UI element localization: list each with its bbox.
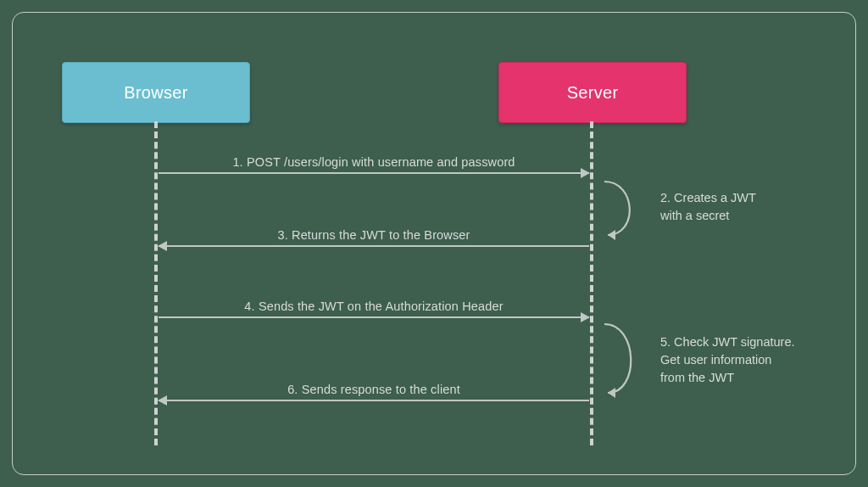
arrow-left-icon [158, 395, 167, 406]
message-1: 1. POST /users/login with username and p… [159, 155, 589, 174]
message-3: 3. Returns the JWT to the Browser [159, 228, 589, 247]
arrow-right-icon [581, 168, 590, 178]
message-3-line [159, 245, 589, 247]
message-1-label: 1. POST /users/login with username and p… [159, 155, 589, 169]
participant-browser-label: Browser [124, 83, 187, 103]
self-call-arc-icon [601, 322, 652, 398]
svg-marker-1 [608, 388, 615, 398]
message-6-label: 6. Sends response to the client [159, 383, 589, 396]
diagram-frame: Browser Server 1. POST /users/login with… [12, 12, 856, 475]
lifeline-server [590, 121, 593, 445]
arrow-left-icon [158, 241, 167, 251]
message-3-label: 3. Returns the JWT to the Browser [159, 228, 589, 242]
arrow-right-icon [581, 312, 590, 322]
participant-server: Server [498, 62, 687, 123]
svg-marker-0 [608, 230, 615, 240]
message-1-line [159, 172, 589, 174]
participant-browser: Browser [62, 62, 250, 123]
self-call-arc-icon [601, 179, 652, 240]
message-4-line [159, 316, 589, 318]
participant-server-label: Server [567, 83, 619, 103]
message-4: 4. Sends the JWT on the Authorization He… [159, 299, 589, 318]
message-6-line [159, 400, 589, 401]
message-5-label: 5. Check JWT signature. Get user informa… [660, 333, 838, 387]
message-6: 6. Sends response to the client [159, 383, 589, 401]
message-2-label: 2. Creates a JWT with a secret [660, 189, 838, 225]
message-4-label: 4. Sends the JWT on the Authorization He… [159, 299, 589, 313]
